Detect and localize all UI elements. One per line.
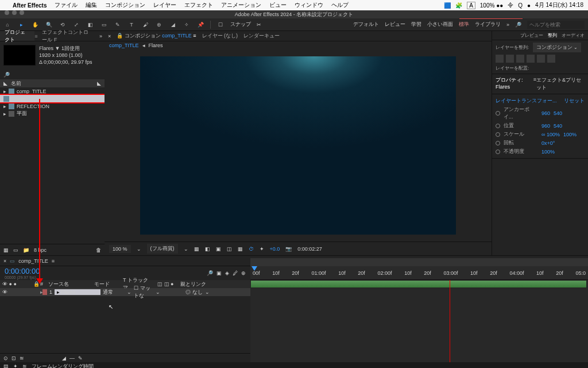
bpc-toggle[interactable]: 8 bpc: [34, 247, 47, 253]
tl-switch-icon[interactable]: ◢: [62, 355, 66, 361]
hand-tool-icon[interactable]: ✋: [31, 21, 39, 29]
stopwatch-icon[interactable]: [496, 111, 500, 116]
transparency-icon[interactable]: ▦: [238, 246, 243, 252]
effects-presets[interactable]: エフェクト&プリセット: [536, 76, 585, 91]
layer-name[interactable]: ▸ Flares: [55, 289, 100, 295]
spotlight-icon[interactable]: Q: [518, 2, 523, 9]
resolution-select[interactable]: (フル画質): [147, 244, 178, 254]
tl-toggle-icon[interactable]: ≋: [20, 355, 24, 361]
new-comp-icon[interactable]: ▭: [13, 247, 18, 253]
pen-tool-icon[interactable]: ✎: [114, 21, 122, 29]
stopwatch-icon[interactable]: [496, 124, 500, 128]
text-tool-icon[interactable]: T: [127, 21, 136, 29]
trash-icon[interactable]: 🗑: [96, 247, 101, 253]
align-vcenter-icon[interactable]: [537, 55, 545, 63]
battery[interactable]: 100% ●●: [480, 2, 503, 9]
ws-learn[interactable]: 学習: [411, 21, 421, 28]
stopwatch-icon[interactable]: [496, 132, 500, 137]
reset-button[interactable]: リセット: [564, 97, 585, 105]
new-folder-icon[interactable]: 📁: [23, 247, 29, 253]
snap-label[interactable]: スナップ: [230, 21, 251, 28]
playhead-icon[interactable]: [252, 266, 257, 271]
orbit-tool-icon[interactable]: ⟲: [59, 21, 67, 29]
project-item-reflection[interactable]: ▸REFLECTION: [0, 102, 105, 110]
timeline-tab-icon[interactable]: ▭: [10, 258, 15, 264]
close-icon[interactable]: [5, 10, 9, 15]
ws-default[interactable]: デフォルト: [353, 21, 379, 28]
col-source[interactable]: ソース名: [48, 281, 94, 288]
timeline-layer-row[interactable]: 👁 ▸ 1 ▸ Flares 通常⌄ ☐ マットな⌄ ◎ なし⌄: [0, 288, 250, 296]
layer-bar[interactable]: [250, 280, 587, 288]
menu-help[interactable]: ヘルプ: [331, 1, 349, 9]
align-hcenter-icon[interactable]: [506, 55, 514, 63]
exposure[interactable]: +0.0: [270, 246, 280, 252]
tab-composition[interactable]: 🔒 コンポジション comp_TITLE ≡: [117, 32, 196, 40]
tl-switch-icon[interactable]: ✎: [78, 355, 83, 361]
ws-small[interactable]: 小さい画面: [427, 21, 453, 28]
menu-effect[interactable]: エフェクト: [184, 1, 213, 9]
project-item-flares[interactable]: Flares: [0, 95, 105, 102]
eraser-tool-icon[interactable]: ◢: [169, 21, 177, 29]
tab-render-queue[interactable]: レンダーキュー: [243, 32, 280, 40]
menu-layer[interactable]: レイヤー: [153, 1, 176, 9]
time-icon[interactable]: ⏱: [249, 246, 254, 252]
blend-mode[interactable]: 通常: [100, 289, 127, 296]
stamp-tool-icon[interactable]: ⊛: [155, 21, 163, 29]
clock[interactable]: 4月 14日(水) 14:18: [535, 1, 583, 9]
search-icon[interactable]: 🔎: [515, 22, 521, 28]
tab-layer[interactable]: レイヤー (なし): [202, 32, 238, 40]
home-icon[interactable]: ⌂: [3, 21, 11, 29]
puppet-tool-icon[interactable]: 📌: [196, 21, 204, 29]
asset-thumbnail[interactable]: [3, 45, 36, 66]
shape-tool-icon[interactable]: ▭: [100, 21, 108, 29]
minimize-icon[interactable]: [12, 10, 17, 15]
align-target-select[interactable]: コンポジション ⌄: [533, 43, 581, 52]
grid-icon[interactable]: ▦: [194, 246, 199, 252]
macos-menubar[interactable]: After Effects ファイル 編集 コンポジション レイヤー エフェクト…: [0, 0, 588, 10]
camera-tool-icon[interactable]: ◧: [86, 21, 94, 29]
menubar-icon[interactable]: 🟦: [444, 2, 451, 9]
transform-header[interactable]: レイヤートランスフォー...: [496, 97, 557, 105]
menu-composition[interactable]: コンポジション: [105, 1, 145, 9]
stopwatch-icon[interactable]: [496, 150, 500, 154]
roto-tool-icon[interactable]: ✧: [183, 21, 191, 29]
tab-audio[interactable]: オーディオ: [562, 32, 585, 39]
interpret-icon[interactable]: ▦: [3, 247, 9, 253]
wifi-icon[interactable]: 令: [508, 1, 513, 9]
tab-align[interactable]: 整列: [548, 32, 557, 39]
stopwatch-icon[interactable]: [496, 141, 500, 145]
menu-animation[interactable]: アニメーション: [221, 1, 261, 9]
zoom-select[interactable]: 100 %: [109, 245, 131, 253]
ws-review[interactable]: レビュー: [385, 21, 405, 28]
tl-icon[interactable]: ▣: [216, 270, 222, 276]
menu-edit[interactable]: 編集: [86, 1, 97, 9]
align-right-icon[interactable]: [516, 55, 524, 63]
search-icon[interactable]: 🔎: [3, 72, 10, 78]
align-left-icon[interactable]: [496, 55, 504, 63]
project-item-solids[interactable]: ▸平面: [0, 110, 105, 117]
comp-breadcrumb[interactable]: comp_TITLE◂Flares: [105, 41, 492, 49]
align-bottom-icon[interactable]: [547, 55, 555, 63]
viewport[interactable]: [105, 49, 492, 241]
tl-toggle-icon[interactable]: ⊡: [11, 355, 16, 361]
channel-icon[interactable]: ▣: [216, 246, 221, 252]
rotate-tool-icon[interactable]: ⤢: [72, 21, 80, 29]
maximize-icon[interactable]: [20, 10, 24, 15]
timeline-tab[interactable]: comp_TITLE: [18, 258, 48, 264]
mask-icon[interactable]: ◧: [205, 246, 210, 252]
selection-tool-icon[interactable]: ▸: [17, 21, 25, 29]
menubar-icon[interactable]: 🧩: [455, 2, 462, 9]
help-search[interactable]: [527, 21, 585, 29]
col-parent[interactable]: 親とリンク: [180, 281, 206, 288]
tl-icon[interactable]: ◈: [225, 270, 229, 276]
tl-icon[interactable]: 🖉: [233, 270, 238, 276]
col-mode[interactable]: モード: [94, 281, 123, 288]
snapshot-icon[interactable]: 📷: [285, 246, 292, 252]
menu-file[interactable]: ファイル: [55, 1, 78, 9]
tab-preview[interactable]: プレビュー: [520, 32, 543, 39]
current-timecode[interactable]: 0:00:00:00: [5, 267, 40, 275]
menu-view[interactable]: ビュー: [269, 1, 287, 9]
toggle-icon[interactable]: ▤: [3, 363, 9, 368]
search-icon[interactable]: 🔎: [207, 270, 213, 276]
col-name[interactable]: 名前: [11, 80, 21, 87]
